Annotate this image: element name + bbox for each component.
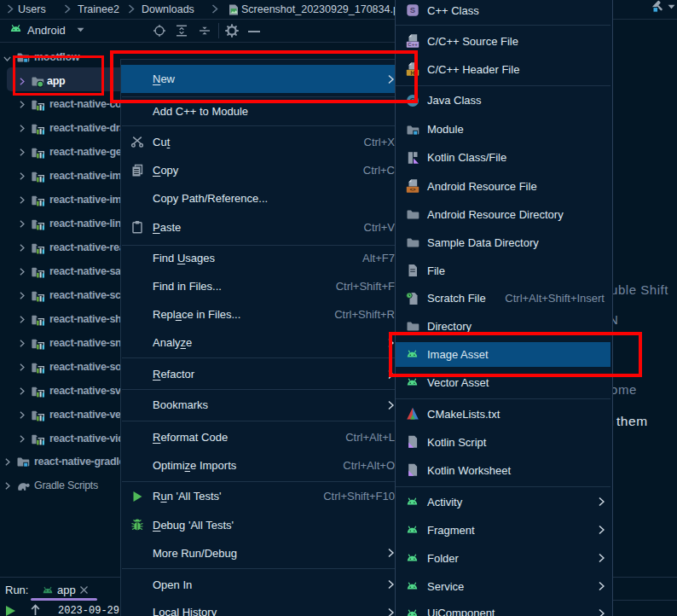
svg-text:<>: <> [409, 187, 416, 192]
svg-text:C++: C++ [408, 43, 418, 48]
